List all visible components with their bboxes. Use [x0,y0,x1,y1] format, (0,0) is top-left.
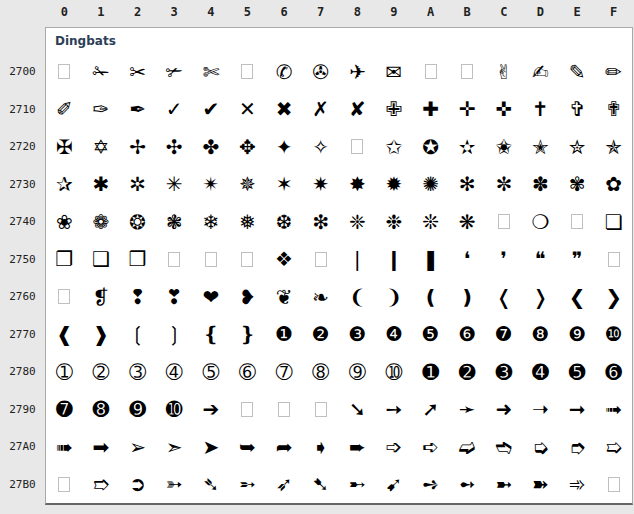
glyph-cell[interactable]: ❈ [339,203,376,241]
glyph-cell[interactable]: ✛ [449,91,486,129]
glyph-cell[interactable]: ❚ [412,241,449,279]
glyph-cell[interactable]: ❡ [83,278,120,316]
missing-glyph-cell[interactable] [46,466,83,504]
glyph-cell[interactable]: ✹ [376,166,413,204]
glyph-cell[interactable]: ➪ [412,428,449,466]
missing-glyph-cell[interactable] [46,53,83,91]
glyph-cell[interactable]: ➢ [119,428,156,466]
glyph-cell[interactable]: ❒ [119,241,156,279]
glyph-cell[interactable]: ✯ [595,128,632,166]
glyph-cell[interactable]: ❤ [193,278,230,316]
glyph-cell[interactable]: ❇ [302,203,339,241]
missing-glyph-cell[interactable] [595,241,632,279]
glyph-cell[interactable]: ➸ [339,466,376,504]
glyph-cell[interactable]: ✴ [193,166,230,204]
glyph-cell[interactable]: ➐ [46,391,83,429]
glyph-cell[interactable]: ➡ [83,428,120,466]
glyph-cell[interactable]: ✢ [119,128,156,166]
glyph-cell[interactable]: ➁ [83,353,120,391]
glyph-cell[interactable]: ✄ [193,53,230,91]
glyph-cell[interactable]: ❧ [302,278,339,316]
glyph-cell[interactable]: ➈ [339,353,376,391]
glyph-cell[interactable]: ✆ [266,53,303,91]
glyph-cell[interactable]: ✼ [486,166,523,204]
glyph-cell[interactable]: ✏ [595,53,632,91]
glyph-cell[interactable]: ❮ [559,278,596,316]
glyph-cell[interactable]: ✎ [559,53,596,91]
glyph-cell[interactable]: ❄ [193,203,230,241]
glyph-cell[interactable]: ✦ [266,128,303,166]
glyph-cell[interactable]: ✚ [412,91,449,129]
glyph-cell[interactable]: ✲ [119,166,156,204]
glyph-cell[interactable]: ➆ [266,353,303,391]
glyph-cell[interactable]: ✭ [522,128,559,166]
glyph-cell[interactable]: ✕ [229,91,266,129]
glyph-cell[interactable]: ➳ [156,466,193,504]
glyph-cell[interactable]: ❲ [119,316,156,354]
missing-glyph-cell[interactable] [449,53,486,91]
glyph-cell[interactable]: ❺ [412,316,449,354]
glyph-cell[interactable]: ❨ [339,278,376,316]
glyph-cell[interactable]: ✑ [83,91,120,129]
glyph-cell[interactable]: ➝ [522,391,559,429]
glyph-cell[interactable]: ➂ [119,353,156,391]
glyph-cell[interactable]: ➅ [229,353,266,391]
glyph-cell[interactable]: ❷ [302,316,339,354]
glyph-cell[interactable]: ➹ [376,466,413,504]
glyph-cell[interactable]: ❀ [46,203,83,241]
glyph-cell[interactable]: ✞ [559,91,596,129]
glyph-cell[interactable]: ❦ [266,278,303,316]
missing-glyph-cell[interactable] [302,241,339,279]
glyph-cell[interactable]: ❣ [156,278,193,316]
glyph-cell[interactable]: ✩ [376,128,413,166]
glyph-cell[interactable]: ✶ [266,166,303,204]
missing-glyph-cell[interactable] [595,466,632,504]
glyph-cell[interactable]: ➙ [376,391,413,429]
glyph-cell[interactable]: ✻ [449,166,486,204]
glyph-cell[interactable]: ✳ [156,166,193,204]
glyph-cell[interactable]: ❘ [339,241,376,279]
missing-glyph-cell[interactable] [486,203,523,241]
glyph-cell[interactable]: ❊ [412,203,449,241]
missing-glyph-cell[interactable] [339,128,376,166]
glyph-cell[interactable]: ✝ [522,91,559,129]
glyph-cell[interactable]: ➽ [522,466,559,504]
glyph-cell[interactable]: ➦ [266,428,303,466]
glyph-cell[interactable]: ✜ [486,91,523,129]
glyph-cell[interactable]: ❛ [449,241,486,279]
glyph-cell[interactable]: ❶ [266,316,303,354]
glyph-cell[interactable]: ➇ [302,353,339,391]
glyph-cell[interactable]: ➑ [83,391,120,429]
missing-glyph-cell[interactable] [302,391,339,429]
glyph-cell[interactable]: ❰ [46,316,83,354]
glyph-cell[interactable]: ❱ [83,316,120,354]
glyph-cell[interactable]: ✔ [193,91,230,129]
glyph-cell[interactable]: ❖ [266,241,303,279]
glyph-cell[interactable]: ❸ [339,316,376,354]
glyph-cell[interactable]: ✪ [412,128,449,166]
glyph-cell[interactable]: ➞ [559,391,596,429]
glyph-cell[interactable]: ❍ [522,203,559,241]
glyph-cell[interactable]: ❅ [229,203,266,241]
glyph-cell[interactable]: ➓ [156,391,193,429]
glyph-cell[interactable]: ➶ [266,466,303,504]
glyph-cell[interactable]: ➺ [412,466,449,504]
glyph-cell[interactable]: ❩ [376,278,413,316]
glyph-cell[interactable]: ➊ [412,353,449,391]
glyph-cell[interactable]: ✥ [229,128,266,166]
glyph-cell[interactable]: ❴ [193,316,230,354]
glyph-cell[interactable]: ❉ [376,203,413,241]
glyph-cell[interactable]: ❾ [559,316,596,354]
glyph-cell[interactable]: ❫ [449,278,486,316]
missing-glyph-cell[interactable] [156,241,193,279]
glyph-cell[interactable]: ✘ [339,91,376,129]
glyph-cell[interactable]: ❃ [156,203,193,241]
glyph-cell[interactable]: ✬ [486,128,523,166]
glyph-cell[interactable]: ❯ [595,278,632,316]
glyph-cell[interactable]: ➥ [229,428,266,466]
glyph-cell[interactable]: ➧ [302,428,339,466]
glyph-cell[interactable]: ❜ [486,241,523,279]
glyph-cell[interactable]: ❝ [522,241,559,279]
glyph-cell[interactable]: ❻ [449,316,486,354]
glyph-cell[interactable]: ✐ [46,91,83,129]
